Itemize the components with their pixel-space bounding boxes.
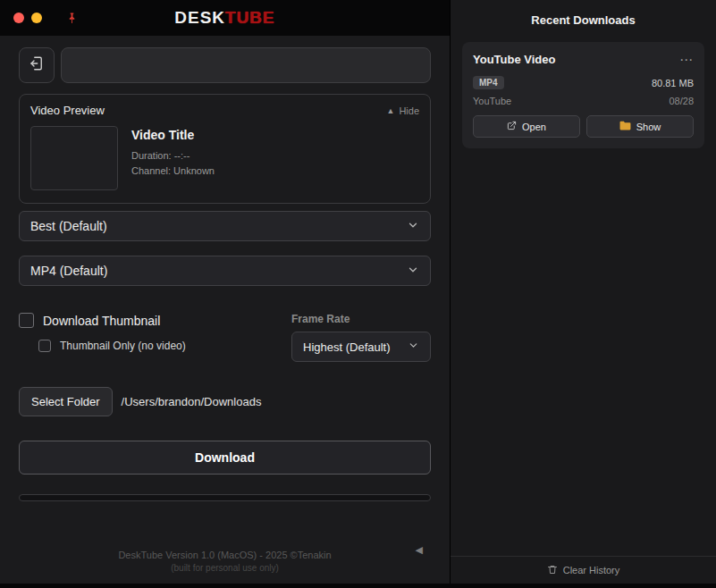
download-folder-path: /Users/brandon/Downloads <box>122 395 262 408</box>
clear-history-label: Clear History <box>563 565 620 575</box>
external-link-icon <box>507 121 517 132</box>
open-file-button[interactable]: Open <box>473 115 580 138</box>
recent-downloads-pane: Recent Downloads YouTube Video ⋯ MP4 80.… <box>450 0 716 588</box>
show-button-label: Show <box>636 122 661 132</box>
chevron-down-icon <box>407 219 419 234</box>
open-button-label: Open <box>522 122 546 132</box>
frame-rate-dropdown[interactable]: Highest (Default) <box>291 332 431 362</box>
clear-history-button[interactable]: Clear History <box>451 556 716 584</box>
download-source: YouTube <box>473 96 511 106</box>
video-title: Video Title <box>131 128 215 142</box>
logo-desk: DESK <box>174 8 225 27</box>
progress-bar <box>19 494 431 501</box>
recent-downloads-title: Recent Downloads <box>451 0 716 37</box>
video-preview-panel: Video Preview ▲ Hide Video Title Duratio… <box>19 94 431 204</box>
app-window: DESKTUBE Video Preview ▲ Hide <box>0 0 716 588</box>
thumbnail-options: Download Thumbnail Thumbnail Only (no vi… <box>19 313 186 352</box>
thumbnail-only-option[interactable]: Thumbnail Only (no video) <box>38 340 186 352</box>
footer-version-text: DeskTube Version 1.0 (MacOS) - 2025 ©Ten… <box>19 550 431 560</box>
format-dropdown-value: MP4 (Default) <box>30 264 107 278</box>
close-button[interactable] <box>13 13 24 23</box>
format-dropdown[interactable]: MP4 (Default) <box>19 256 431 286</box>
main-pane: DESKTUBE Video Preview ▲ Hide <box>0 0 450 588</box>
pin-icon[interactable] <box>67 12 77 24</box>
hide-preview-button[interactable]: ▲ Hide <box>386 105 419 116</box>
video-duration: Duration: --:-- <box>131 150 215 161</box>
download-button[interactable]: Download <box>19 441 431 475</box>
chevron-down-icon <box>407 264 419 279</box>
titlebar: DESKTUBE <box>0 0 450 36</box>
traffic-lights <box>0 12 77 24</box>
download-thumbnail-checkbox[interactable] <box>19 313 34 328</box>
select-folder-button[interactable]: Select Folder <box>19 387 113 416</box>
select-folder-label: Select Folder <box>31 395 100 408</box>
minimize-button[interactable] <box>31 13 42 23</box>
frame-rate-label: Frame Rate <box>291 313 431 325</box>
quality-dropdown-value: Best (Default) <box>30 219 107 233</box>
paste-url-button[interactable] <box>19 47 55 83</box>
thumbnail-only-checkbox[interactable] <box>38 340 51 352</box>
download-thumbnail-option[interactable]: Download Thumbnail <box>19 313 186 328</box>
more-options-icon[interactable]: ⋯ <box>679 55 694 65</box>
download-thumbnail-label: Download Thumbnail <box>43 314 160 328</box>
download-card-title: YouTube Video <box>473 53 555 66</box>
video-thumbnail-placeholder <box>30 126 118 190</box>
collapse-panel-arrow[interactable]: ◀ <box>416 544 423 556</box>
frame-rate-dropdown-value: Highest (Default) <box>303 340 391 354</box>
url-input[interactable] <box>61 47 431 83</box>
show-in-folder-button[interactable]: Show <box>586 115 694 138</box>
quality-dropdown[interactable]: Best (Default) <box>19 211 431 241</box>
download-date: 08/28 <box>669 96 694 106</box>
paste-link-icon <box>29 55 45 75</box>
main-content: Video Preview ▲ Hide Video Title Duratio… <box>0 36 450 588</box>
triangle-up-icon: ▲ <box>386 106 394 115</box>
hide-label: Hide <box>399 105 419 116</box>
footer-note-text: (built for personal use only) <box>19 563 431 573</box>
download-button-label: Download <box>195 450 255 465</box>
folder-row: Select Folder /Users/brandon/Downloads <box>19 387 431 416</box>
logo-tube: TUBE <box>225 8 275 27</box>
format-badge: MP4 <box>473 76 504 89</box>
chevron-down-icon <box>408 340 419 354</box>
thumbnail-only-label: Thumbnail Only (no video) <box>60 340 186 352</box>
download-card: YouTube Video ⋯ MP4 80.81 MB YouTube 08/… <box>462 42 704 148</box>
file-size: 80.81 MB <box>652 78 694 88</box>
app-footer: DeskTube Version 1.0 (MacOS) - 2025 ©Ten… <box>19 550 431 573</box>
video-preview-label: Video Preview <box>30 104 105 117</box>
options-row: Download Thumbnail Thumbnail Only (no vi… <box>19 313 431 362</box>
frame-rate-group: Frame Rate Highest (Default) <box>291 313 431 362</box>
url-row <box>19 47 431 83</box>
trash-icon <box>547 564 558 577</box>
folder-icon <box>619 121 631 132</box>
window-bottom-edge <box>0 584 716 588</box>
video-channel: Channel: Unknown <box>131 165 215 176</box>
